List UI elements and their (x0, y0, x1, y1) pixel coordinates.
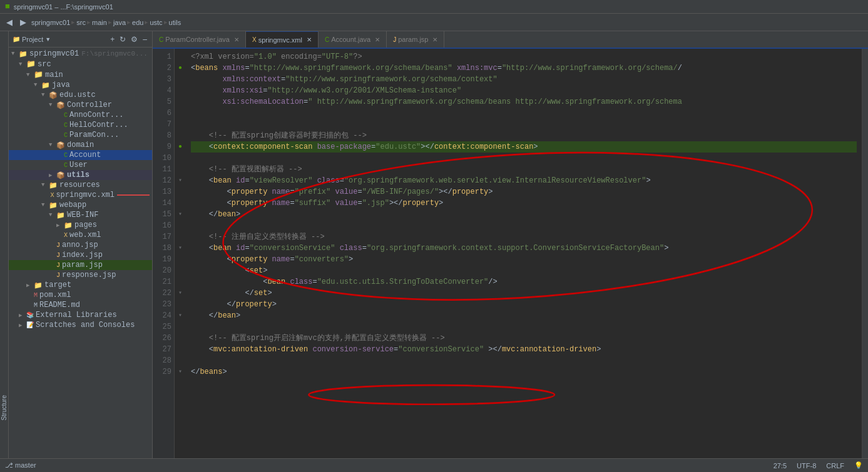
tree-item-target[interactable]: ▶ 📁 target (9, 280, 152, 290)
path-item-2[interactable]: src (76, 19, 86, 26)
sidebar-collapse-btn[interactable]: – (141, 35, 148, 44)
code-line-13: <property name="prefix" value="/WEB-INF/… (191, 186, 857, 198)
top-bar: ■ springmvc01 – ...F:\springmvc01 (0, 0, 868, 14)
line-num-3: 3 (153, 74, 174, 85)
tree-item-java[interactable]: ▼ 📁 java (9, 80, 152, 90)
tree-item-edu-ustc[interactable]: ▼ 📦 edu.ustc (9, 90, 152, 100)
tree-item-resources[interactable]: ▼ 📁 resources (9, 180, 152, 190)
tab-param-jsp[interactable]: J param.jsp ✕ (387, 31, 444, 48)
md-icon: M (34, 302, 38, 309)
code-line-5: xsi:schemaLocation=" http://www.springfr… (191, 96, 857, 108)
tree-item-webinf[interactable]: ▼ 📁 WEB-INF (9, 210, 152, 220)
line-col-indicator[interactable]: 27:5 (774, 462, 787, 469)
java-icon-hellocontroller: C (64, 122, 68, 129)
line-sep-indicator[interactable]: CRLF (826, 462, 844, 469)
gutter-icons: ● ● ▾ ▾ ▾ (175, 49, 186, 458)
tree-item-utils[interactable]: ▶ 📦 utils (9, 170, 152, 180)
line-numbers: 1 2 3 4 5 6 7 8 9 10 11 12 13 14 15 16 1 (153, 49, 175, 458)
sidebar-toolbar: + ↻ ⚙ – (109, 35, 148, 44)
java-icon-account: C (64, 152, 68, 159)
code-line-21: <bean class="edu.ustc.utils.StringToDate… (191, 276, 857, 288)
line-num-25: 25 (153, 321, 174, 333)
tree-item-paramcontroller[interactable]: C ParamCon... (9, 130, 152, 140)
encoding-indicator[interactable]: UTF-8 (797, 462, 816, 469)
tree-label-paramjsp: param.jsp (62, 261, 103, 269)
line-num-14: 14 (153, 198, 174, 209)
tree-item-readme[interactable]: M README.md (9, 300, 152, 310)
tree-item-indexjsp[interactable]: J index.jsp (9, 250, 152, 260)
sidebar-add-btn[interactable]: + (109, 35, 116, 44)
code-editor[interactable]: 1 2 3 4 5 6 7 8 9 10 11 12 13 14 15 16 1 (153, 49, 868, 458)
path-item-1[interactable]: springmvc01 (31, 19, 70, 26)
tab-account-java[interactable]: C Account.java ✕ (319, 31, 387, 48)
tree-item-webxml[interactable]: X web.xml (9, 230, 152, 240)
back-btn[interactable]: ◀ (4, 18, 15, 27)
tree-label-utils: utils (67, 171, 89, 179)
tree-item-account[interactable]: C Account (9, 150, 152, 160)
tree-item-annojsp[interactable]: J anno.jsp (9, 240, 152, 250)
tab-label-springmvc-xml: springmvc.xml (258, 36, 302, 44)
line-num-15: 15 (153, 209, 174, 220)
tab-close-account-java[interactable]: ✕ (375, 36, 380, 43)
java-icon-annocontroller: C (64, 112, 68, 119)
tree-item-paramjsp[interactable]: J param.jsp (9, 260, 152, 270)
path-item-3[interactable]: main (92, 19, 107, 26)
path-item-4[interactable]: java (113, 19, 126, 26)
code-line-12: <bean id="viewResolver" class="org.sprin… (191, 175, 857, 186)
tree-item-scratches[interactable]: ▶ 📝 Scratches and Consoles (9, 320, 152, 330)
tab-springmvc-xml[interactable]: X springmvc.xml ✕ (246, 31, 319, 48)
java-icon-user: C (64, 162, 68, 169)
tab-close-springmvc-xml[interactable]: ✕ (307, 36, 312, 43)
line-num-22: 22 (153, 288, 174, 299)
tree-item-annocontroller[interactable]: C AnnoContr... (9, 110, 152, 120)
jsp-icon-anno: J (56, 242, 60, 249)
project-icon: 📁 (13, 36, 20, 43)
tree-item-springmvc01[interactable]: ▼ 📁 springmvc01 F:\springmvc0... (9, 49, 152, 59)
structure-side-tab[interactable]: Structure (0, 31, 9, 458)
tree-label-account: Account (69, 151, 101, 159)
line-num-21: 21 (153, 276, 174, 288)
package-icon-domain: 📦 (56, 141, 65, 149)
tree-label-responsejsp: response.jsp (62, 271, 116, 279)
editor-area: C ParamController.java ✕ X springmvc.xml… (153, 31, 868, 458)
path-item-6[interactable]: ustc (150, 19, 162, 26)
tab-close-paramcontroller[interactable]: ✕ (234, 36, 239, 43)
tree-item-user[interactable]: C User (9, 160, 152, 170)
tree-label-webapp: webapp (59, 201, 86, 209)
path-item-7[interactable]: utils (169, 19, 181, 26)
tree-item-springmvc-xml[interactable]: X springmvc.xml (9, 190, 152, 200)
sidebar-sync-btn[interactable]: ↻ (118, 35, 127, 44)
project-combo[interactable]: 📁 Project ▼ (13, 36, 51, 43)
tab-paramcontroller[interactable]: C ParamController.java ✕ (153, 31, 246, 48)
editor-scrollbar[interactable] (862, 49, 868, 458)
tree-item-responsejsp[interactable]: J response.jsp (9, 270, 152, 280)
line-num-24: 24 (153, 310, 174, 321)
tree-item-hellocontroller[interactable]: C HelloContr... (9, 120, 152, 130)
sidebar-settings-btn[interactable]: ⚙ (130, 35, 139, 44)
tree-item-webapp[interactable]: ▼ 📁 webapp (9, 200, 152, 210)
tree-item-external-libs[interactable]: ▶ 📚 External Libraries (9, 310, 152, 320)
main-layout: Structure 📁 Project ▼ + ↻ ⚙ – (0, 31, 868, 458)
tree-label-indexjsp: index.jsp (62, 251, 103, 259)
folder-icon-java: 📁 (41, 81, 50, 89)
tree-item-pomxml[interactable]: M pom.xml (9, 290, 152, 300)
git-branch[interactable]: ⎇ master (5, 461, 36, 469)
tab-close-param-jsp[interactable]: ✕ (432, 36, 437, 43)
line-num-23: 23 (153, 299, 174, 310)
tree-item-controller[interactable]: ▼ 📦 Controller (9, 100, 152, 110)
structure-label[interactable]: Structure (1, 395, 8, 421)
tree-item-main[interactable]: ▼ 📁 main (9, 69, 152, 80)
path-item-5[interactable]: edu (132, 19, 143, 26)
jsp-icon-param: J (56, 262, 60, 269)
forward-btn[interactable]: ▶ (18, 18, 29, 27)
jsp-file-icon-tab4: J (393, 36, 396, 43)
code-line-23: </property> (191, 299, 857, 310)
code-content[interactable]: <?xml version="1.0" encoding="UTF-8"?> <… (186, 49, 862, 458)
tree-item-domain[interactable]: ▼ 📦 domain (9, 140, 152, 150)
tree-item-src[interactable]: ▼ 📁 src (9, 59, 152, 69)
code-line-25 (191, 321, 857, 333)
code-line-1: <?xml version="1.0" encoding="UTF-8"?> (191, 51, 857, 63)
code-line-19: <property name="converters"> (191, 254, 857, 265)
code-line-11: <!-- 配置视图解析器 --> (191, 164, 857, 175)
tree-item-pages[interactable]: ▶ 📁 pages (9, 220, 152, 230)
